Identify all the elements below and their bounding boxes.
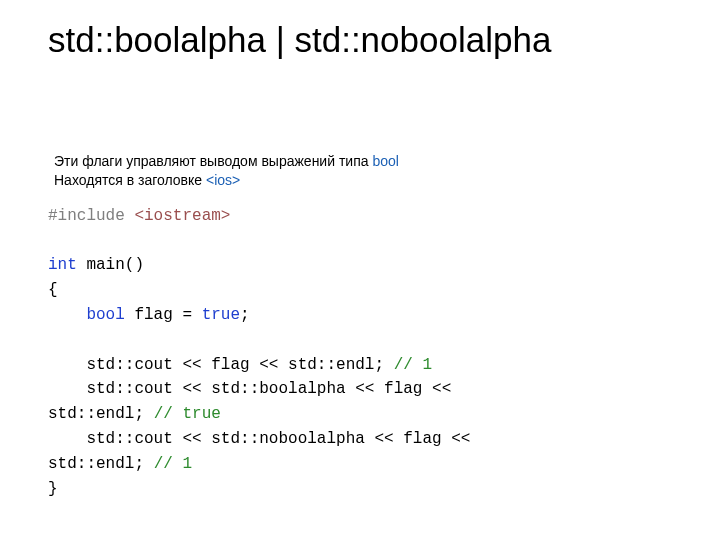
brace-close: } (48, 480, 58, 498)
desc-line-2: Находятся в заголовке <ios> (54, 171, 672, 190)
kw-int: int (48, 256, 77, 274)
page-title: std::boolalpha | std::noboolalpha (48, 18, 672, 60)
desc-line-1: Эти флаги управляют выводом выражений ти… (54, 152, 672, 171)
cout-2a: std::cout << std::boolalpha << flag << (86, 380, 460, 398)
indent (48, 380, 86, 398)
cout-1: std::cout << flag << std::endl; (86, 356, 393, 374)
main-sig: main() (77, 256, 144, 274)
include-header: <iostream> (125, 207, 231, 225)
desc-bool-keyword: bool (372, 153, 398, 169)
desc-ios-header: <ios> (206, 172, 240, 188)
cout-3b: std::endl; (48, 455, 154, 473)
slide: std::boolalpha | std::noboolalpha Эти фл… (0, 0, 720, 540)
flag-decl: flag = (125, 306, 202, 324)
description: Эти флаги управляют выводом выражений ти… (48, 152, 672, 190)
semi: ; (240, 306, 250, 324)
indent (48, 430, 86, 448)
indent (48, 306, 86, 324)
kw-bool: bool (86, 306, 124, 324)
indent (48, 356, 86, 374)
brace-open: { (48, 281, 58, 299)
comment-1: // 1 (394, 356, 432, 374)
kw-true: true (202, 306, 240, 324)
desc-line-2-text: Находятся в заголовке (54, 172, 206, 188)
comment-1b: // 1 (154, 455, 192, 473)
comment-true: // true (154, 405, 221, 423)
cout-2b: std::endl; (48, 405, 154, 423)
desc-line-1-text: Эти флаги управляют выводом выражений ти… (54, 153, 372, 169)
code-block: #include <iostream> int main() { bool fl… (48, 204, 672, 502)
include-directive: #include (48, 207, 125, 225)
cout-3a: std::cout << std::noboolalpha << flag << (86, 430, 480, 448)
